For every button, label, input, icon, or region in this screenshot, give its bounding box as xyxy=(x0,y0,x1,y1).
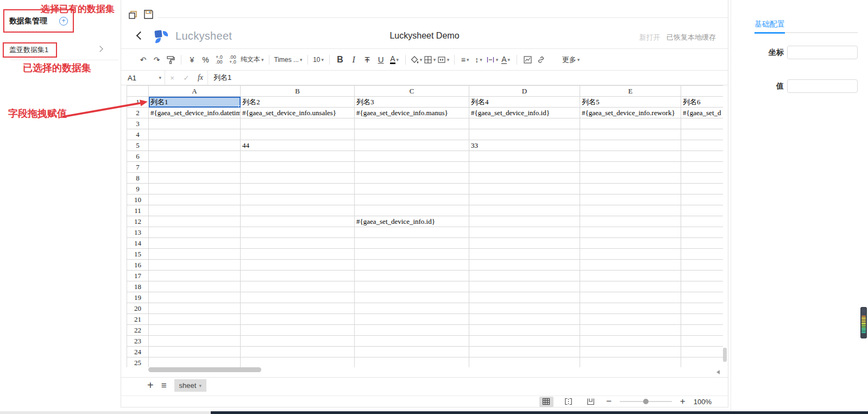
text-rotate-icon[interactable]: A▾ xyxy=(499,53,513,67)
row-header-1[interactable]: 1 xyxy=(127,97,149,108)
cell-D7[interactable] xyxy=(469,162,580,173)
cell-B16[interactable] xyxy=(241,260,355,271)
cell-C23[interactable] xyxy=(355,336,469,347)
zoom-slider-knob[interactable] xyxy=(643,399,649,404)
font-color-icon[interactable]: A▾ xyxy=(388,53,401,67)
vertical-scrollbar[interactable] xyxy=(723,348,727,362)
sheet-list-menu-icon[interactable]: ≡ xyxy=(161,380,167,391)
cell-B3[interactable] xyxy=(241,118,355,129)
cell-C7[interactable] xyxy=(355,162,469,173)
column-header-A[interactable]: A xyxy=(149,86,241,97)
cell-B6[interactable] xyxy=(241,151,355,162)
row-header-5[interactable]: 5 xyxy=(127,140,149,151)
italic-icon[interactable]: I xyxy=(347,53,361,67)
sheet-tab-caret-icon[interactable]: ▾ xyxy=(199,383,202,388)
cancel-icon[interactable]: × xyxy=(165,74,179,82)
cell-E17[interactable] xyxy=(580,271,681,281)
cell-D4[interactable] xyxy=(469,129,580,140)
column-header-F[interactable] xyxy=(681,86,724,97)
horizontal-align-icon[interactable]: ≡▾ xyxy=(458,53,472,67)
formula-content[interactable]: 列名1 xyxy=(208,73,231,83)
confirm-icon[interactable]: ✓ xyxy=(179,74,193,82)
cell-D5[interactable]: 33 xyxy=(469,140,580,151)
dataset-item[interactable]: 盖亚数据集1 xyxy=(3,42,57,58)
cell-F17[interactable] xyxy=(681,271,724,281)
cell-A11[interactable] xyxy=(149,205,241,216)
cell-A16[interactable] xyxy=(149,260,241,271)
column-header-B[interactable]: B xyxy=(241,86,355,97)
cell-E2[interactable]: #{gaea_set_device_info.rework} xyxy=(580,108,681,118)
row-header-18[interactable]: 18 xyxy=(127,281,149,292)
fill-handle[interactable] xyxy=(238,105,241,108)
cell-C17[interactable] xyxy=(355,271,469,281)
cell-A13[interactable] xyxy=(149,227,241,238)
cell-C11[interactable] xyxy=(355,205,469,216)
bold-icon[interactable]: B xyxy=(334,53,347,67)
cell-C13[interactable] xyxy=(355,227,469,238)
cell-D1[interactable]: 列名4 xyxy=(469,97,580,108)
cell-D9[interactable] xyxy=(469,184,580,195)
zoom-slider[interactable] xyxy=(620,401,672,402)
cell-D25[interactable] xyxy=(469,357,580,368)
page-break-view-icon[interactable] xyxy=(562,397,576,407)
cell-E8[interactable] xyxy=(580,173,681,184)
cell-E6[interactable] xyxy=(580,151,681,162)
cell-A17[interactable] xyxy=(149,271,241,281)
cell-B9[interactable] xyxy=(241,184,355,195)
row-header-15[interactable]: 15 xyxy=(127,249,149,260)
cell-F6[interactable] xyxy=(681,151,724,162)
cell-D22[interactable] xyxy=(469,325,580,336)
cell-E19[interactable] xyxy=(580,292,681,303)
underline-icon[interactable]: U xyxy=(374,53,388,67)
cell-B1[interactable]: 列名2 xyxy=(241,97,355,108)
row-header-23[interactable]: 23 xyxy=(127,336,149,347)
cell-A21[interactable] xyxy=(149,314,241,325)
cell-A7[interactable] xyxy=(149,162,241,173)
cell-C5[interactable] xyxy=(355,140,469,151)
row-header-21[interactable]: 21 xyxy=(127,314,149,325)
merge-cells-icon[interactable]: ▾ xyxy=(437,53,450,67)
cell-E5[interactable] xyxy=(580,140,681,151)
row-header-22[interactable]: 22 xyxy=(127,325,149,336)
cell-F23[interactable] xyxy=(681,336,724,347)
row-header-25[interactable]: 25 xyxy=(127,357,149,368)
cell-B11[interactable] xyxy=(241,205,355,216)
increase-decimal-icon[interactable]: .00+.0 xyxy=(226,53,240,67)
cell-F16[interactable] xyxy=(681,260,724,271)
cell-D13[interactable] xyxy=(469,227,580,238)
cell-F11[interactable] xyxy=(681,205,724,216)
cell-F1[interactable]: 列名6 xyxy=(681,97,724,108)
cell-D19[interactable] xyxy=(469,292,580,303)
row-header-4[interactable]: 4 xyxy=(127,129,149,140)
row-header-14[interactable]: 14 xyxy=(127,238,149,249)
cell-E18[interactable] xyxy=(580,281,681,292)
zoom-in-icon[interactable]: + xyxy=(680,396,685,407)
cell-E23[interactable] xyxy=(580,336,681,347)
cell-B13[interactable] xyxy=(241,227,355,238)
column-header-C[interactable]: C xyxy=(355,86,469,97)
cell-E4[interactable] xyxy=(580,129,681,140)
cell-F18[interactable] xyxy=(681,281,724,292)
cell-F3[interactable] xyxy=(681,118,724,129)
font-family-dropdown[interactable]: Times ...▾ xyxy=(273,53,304,67)
select-all-corner[interactable] xyxy=(127,86,149,97)
new-open-link[interactable]: 新打开 xyxy=(639,33,660,41)
fill-color-icon[interactable]: ▾ xyxy=(410,53,423,67)
row-header-19[interactable]: 19 xyxy=(127,292,149,303)
cell-B20[interactable] xyxy=(241,303,355,314)
cell-B18[interactable] xyxy=(241,281,355,292)
cell-C12[interactable]: #{gaea_set_device_info.id} xyxy=(355,216,469,227)
cell-D15[interactable] xyxy=(469,249,580,260)
cell-E12[interactable] xyxy=(580,216,681,227)
cell-A24[interactable] xyxy=(149,347,241,357)
row-header-24[interactable]: 24 xyxy=(127,347,149,357)
cell-B22[interactable] xyxy=(241,325,355,336)
percent-format-icon[interactable]: % xyxy=(199,53,212,67)
cell-C18[interactable] xyxy=(355,281,469,292)
cell-C19[interactable] xyxy=(355,292,469,303)
cell-F24[interactable] xyxy=(681,347,724,357)
name-box[interactable]: A1 ▾ xyxy=(121,71,165,85)
cell-A25[interactable] xyxy=(149,357,241,368)
strikethrough-icon[interactable]: Ŧ xyxy=(361,53,374,67)
cell-C21[interactable] xyxy=(355,314,469,325)
